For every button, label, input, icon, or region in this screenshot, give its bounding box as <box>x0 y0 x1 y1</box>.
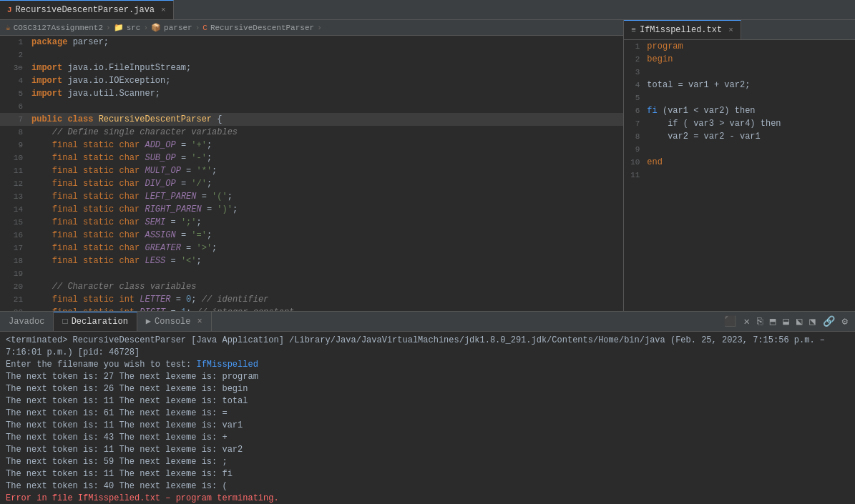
code-line: 9 final static char ADD_OP = '+'; <box>0 139 623 152</box>
console-line: The next token is: 43 The next lexeme is… <box>6 432 849 444</box>
console-line: The next token is: 26 The next lexeme is… <box>6 383 849 395</box>
right-code-line: 9 <box>624 143 855 156</box>
code-line: 10 final static char SUB_OP = '-'; <box>0 152 623 164</box>
declaration-tab-label: Declaration <box>72 317 128 327</box>
code-line: 19 <box>0 267 623 280</box>
right-tab-bar: ≡ IfMisspelled.txt × <box>624 20 855 40</box>
right-code-line: 8 var2 = var2 - var1 <box>624 130 855 143</box>
code-line: 15 final static char SEMI = ';'; <box>0 216 623 229</box>
pkg-icon: 📦 <box>151 23 161 32</box>
code-line: 12 final static char DIV_OP = '/'; <box>0 177 623 190</box>
javadoc-tab[interactable]: Javadoc <box>0 312 54 331</box>
bottom-toolbar: ⬛ ✕ ⎘ ⬒ ⬓ ⬕ ⬔ 🔗 ⚙ <box>723 314 855 329</box>
right-code-line: 5 <box>624 92 855 104</box>
code-line: 7 public class RecursiveDescentParser { <box>0 113 623 126</box>
console-line-terminated: <terminated> RecursiveDescentParser [Jav… <box>6 335 849 359</box>
stop-btn[interactable]: ⬛ <box>723 314 738 329</box>
console-line: The next token is: 61 The next lexeme is… <box>6 407 849 420</box>
console-icon: ▶ <box>146 316 151 327</box>
txt-tab-close[interactable]: × <box>728 26 733 34</box>
breadcrumb-src: src <box>127 24 141 32</box>
console-line: The next token is: 27 The next lexeme is… <box>6 371 849 383</box>
txt-tab-label: IfMisspelled.txt <box>640 25 722 35</box>
right-code-line: 11 <box>624 169 855 182</box>
console-line: The next token is: 11 The next lexeme is… <box>6 395 849 407</box>
code-line: 21 final static int LETTER = 0; // ident… <box>0 293 623 306</box>
expand1-btn[interactable]: ⬒ <box>768 314 777 329</box>
console-output[interactable]: <terminated> RecursiveDescentParser [Jav… <box>0 332 855 504</box>
code-line: 20 // Character class variables <box>0 280 623 293</box>
expand2-btn[interactable]: ⬓ <box>781 314 790 329</box>
right-code-line: 1 program <box>624 40 855 53</box>
java-tab-label: RecursiveDescentParser.java <box>16 5 155 15</box>
code-line: 22 final static int DIGIT = 1; // intege… <box>0 306 623 311</box>
code-line: 14 final static char RIGHT_PAREN = ')'; <box>0 203 623 216</box>
breadcrumb-class: RecursiveDescentParser <box>210 24 314 32</box>
code-editor-panel: ☕ COSC3127Assignment2 › 📁 src › 📦 parser… <box>0 20 624 311</box>
console-line: The next token is: 11 The next lexeme is… <box>6 444 849 456</box>
java-file-tab[interactable]: J RecursiveDescentParser.java × <box>0 0 174 19</box>
minimize-btn[interactable]: ⬕ <box>795 314 803 329</box>
right-code-line: 3 <box>624 66 855 79</box>
code-line: 4 import java.io.IOException; <box>0 74 623 87</box>
class-icon: C <box>202 24 207 32</box>
console-line: The next token is: 11 The next lexeme is… <box>6 468 849 480</box>
link-btn[interactable]: 🔗 <box>821 314 836 329</box>
maximize-btn[interactable]: ⬔ <box>808 314 816 329</box>
console-tab-label: Console <box>155 317 190 327</box>
bottom-panel: Javadoc □ Declaration ▶ Console × ⬛ ✕ ⎘ … <box>0 311 855 504</box>
settings-btn[interactable]: ⚙ <box>841 314 849 329</box>
bottom-tab-bar: Javadoc □ Declaration ▶ Console × ⬛ ✕ ⎘ … <box>0 312 855 332</box>
copy-btn[interactable]: ⎘ <box>756 315 764 329</box>
right-code-line: 4 total = var1 + var2; <box>624 79 855 92</box>
javadoc-tab-label: Javadoc <box>9 317 44 327</box>
code-line: 6 <box>0 100 623 113</box>
close-btn[interactable]: ✕ <box>742 314 751 329</box>
right-code-line: 6 fi (var1 < var2) then <box>624 104 855 117</box>
src-icon: 📁 <box>114 23 124 32</box>
txt-content[interactable]: 1 program 2 begin 3 4 total = var1 + var… <box>624 40 855 311</box>
code-line: 13 final static char LEFT_PAREN = '('; <box>0 190 623 203</box>
console-close[interactable]: × <box>197 317 202 327</box>
console-error-line-1: Error in file IfMisspelled.txt – program… <box>6 493 849 504</box>
coffee-icon: ☕ <box>6 23 11 32</box>
declaration-icon: □ <box>62 317 67 327</box>
code-line: 1 package parser; <box>0 36 623 49</box>
code-line: 18 final static char LESS = '<'; <box>0 255 623 267</box>
code-line: 3⊖ import java.io.FileInputStream; <box>0 61 623 74</box>
console-tab[interactable]: ▶ Console × <box>137 312 212 331</box>
main-content-area: ☕ COSC3127Assignment2 › 📁 src › 📦 parser… <box>0 20 855 311</box>
code-line: 8 // Define single character variables <box>0 126 623 139</box>
right-panel: ≡ IfMisspelled.txt × 1 program 2 begin 3… <box>624 20 855 311</box>
console-line: The next token is: 40 The next lexeme is… <box>6 480 849 493</box>
declaration-tab[interactable]: □ Declaration <box>54 312 137 331</box>
code-line: 11 final static char MULT_OP = '*'; <box>0 164 623 177</box>
breadcrumb: ☕ COSC3127Assignment2 › 📁 src › 📦 parser… <box>0 20 623 36</box>
code-line: 16 final static char ASSIGN = '='; <box>0 229 623 242</box>
breadcrumb-parser: parser <box>164 24 192 32</box>
java-tab-close[interactable]: × <box>161 6 166 14</box>
code-content[interactable]: 1 package parser; 2 3⊖ import java.io.Fi… <box>0 36 623 311</box>
console-line: The next token is: 59 The next lexeme is… <box>6 456 849 468</box>
console-line: The next token is: 11 The next lexeme is… <box>6 420 849 432</box>
txt-file-tab[interactable]: ≡ IfMisspelled.txt × <box>624 20 741 39</box>
txt-icon: ≡ <box>631 26 636 34</box>
editor-tab-bar: J RecursiveDescentParser.java × <box>0 0 855 20</box>
right-code-line: 10 end <box>624 156 855 169</box>
code-line: 2 <box>0 49 623 61</box>
java-icon: J <box>7 6 12 14</box>
right-code-line: 2 begin <box>624 53 855 66</box>
right-code-line: 7 if ( var3 > var4) then <box>624 117 855 130</box>
code-line: 17 final static char GREATER = '>'; <box>0 242 623 255</box>
console-line: Enter the filename you wish to test: IfM… <box>6 359 849 371</box>
code-line: 5 import java.util.Scanner; <box>0 87 623 100</box>
breadcrumb-project: COSC3127Assignment2 <box>14 24 103 32</box>
